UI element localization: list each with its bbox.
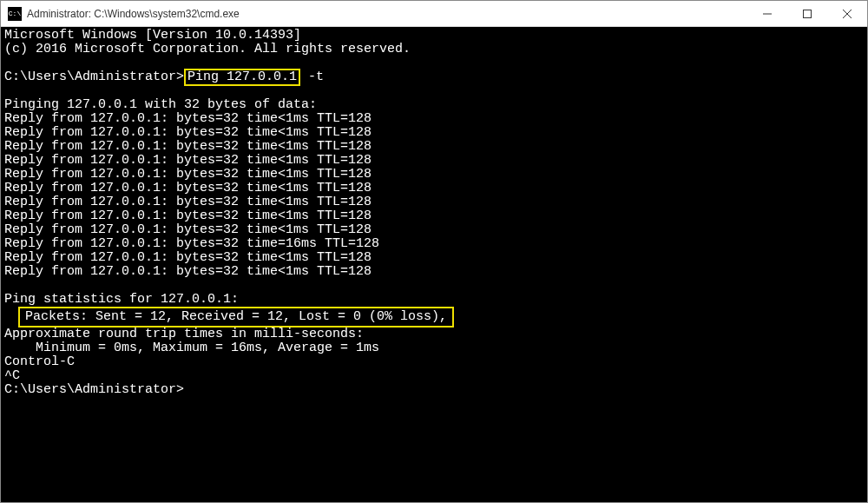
final-prompt-line: C:\Users\Administrator> (4, 383, 864, 397)
reply-line: Reply from 127.0.0.1: bytes=32 time<1ms … (4, 154, 864, 168)
titlebar: C:\ Administrator: C:\Windows\system32\c… (1, 1, 867, 27)
window-controls (747, 1, 867, 26)
reply-line: Reply from 127.0.0.1: bytes=32 time<1ms … (4, 251, 864, 265)
reply-line: Reply from 127.0.0.1: bytes=32 time<1ms … (4, 195, 864, 209)
blank-line (4, 279, 864, 293)
minimize-icon (763, 10, 772, 18)
command-highlight: Ping 127.0.0.1 (184, 69, 300, 86)
blank-line (4, 84, 864, 98)
rtt-header-line: Approximate round trip times in milli-se… (4, 328, 864, 341)
close-button[interactable] (827, 1, 867, 27)
copyright-line: (c) 2016 Microsoft Corporation. All righ… (4, 43, 864, 56)
version-line: Microsoft Windows [Version 10.0.14393] (4, 29, 864, 43)
reply-line: Reply from 127.0.0.1: bytes=32 time<1ms … (4, 168, 864, 182)
cmd-window: C:\ Administrator: C:\Windows\system32\c… (0, 0, 868, 503)
pinging-line: Pinging 127.0.0.1 with 32 bytes of data: (4, 98, 864, 112)
close-icon (843, 10, 852, 18)
rtt-values-line: Minimum = 0ms, Maximum = 16ms, Average =… (4, 341, 864, 355)
window-title: Administrator: C:\Windows\system32\cmd.e… (27, 8, 747, 20)
caret-c-line: ^C (4, 369, 864, 383)
terminal-output[interactable]: Microsoft Windows [Version 10.0.14393](c… (1, 27, 867, 502)
packets-line: Packets: Sent = 12, Received = 12, Lost … (4, 307, 864, 328)
cmd-icon: C:\ (8, 7, 22, 21)
control-c-line: Control-C (4, 355, 864, 369)
reply-line: Reply from 127.0.0.1: bytes=32 time<1ms … (4, 112, 864, 126)
stats-header-line: Ping statistics for 127.0.0.1: (4, 293, 864, 307)
minimize-button[interactable] (747, 1, 787, 27)
svg-rect-1 (804, 10, 812, 18)
prompt-text: C:\Users\Administrator> (4, 69, 184, 84)
command-suffix: -t (300, 69, 324, 84)
reply-line: Reply from 127.0.0.1: bytes=32 time<1ms … (4, 223, 864, 237)
maximize-icon (803, 10, 812, 18)
blank-line (4, 56, 864, 70)
command-line: C:\Users\Administrator>Ping 127.0.0.1 -t (4, 70, 864, 84)
reply-line: Reply from 127.0.0.1: bytes=32 time<1ms … (4, 265, 864, 279)
reply-line: Reply from 127.0.0.1: bytes=32 time<1ms … (4, 182, 864, 195)
reply-line: Reply from 127.0.0.1: bytes=32 time<1ms … (4, 140, 864, 154)
reply-line: Reply from 127.0.0.1: bytes=32 time=16ms… (4, 237, 864, 251)
maximize-button[interactable] (787, 1, 827, 27)
reply-line: Reply from 127.0.0.1: bytes=32 time<1ms … (4, 209, 864, 223)
packets-highlight: Packets: Sent = 12, Received = 12, Lost … (18, 307, 454, 328)
reply-line: Reply from 127.0.0.1: bytes=32 time<1ms … (4, 126, 864, 140)
